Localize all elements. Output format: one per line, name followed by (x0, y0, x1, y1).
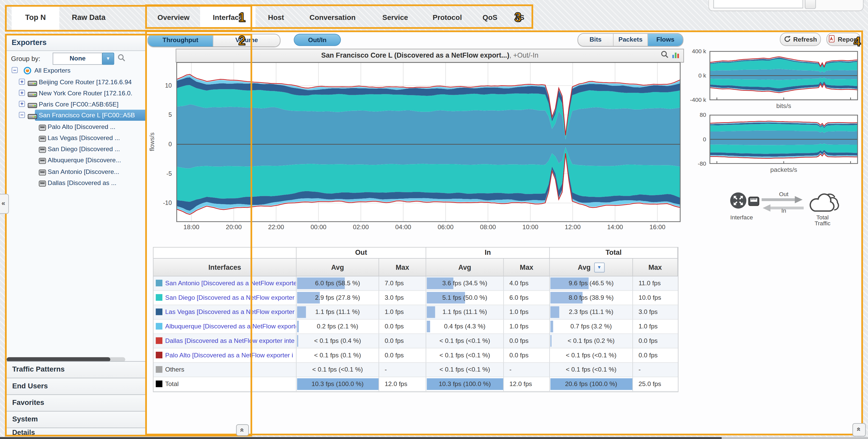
interface-link[interactable]: Dallas [Discovered as a NetFlow exporter… (165, 337, 294, 344)
tab-overview[interactable]: Overview (157, 13, 189, 22)
tab-host[interactable]: Host (268, 13, 284, 22)
cell: < 0.1 fps (<0.1 %) (426, 334, 504, 348)
avg-value: < 0.1 fps (<0.1 %) (297, 363, 378, 377)
mode-option-throughput[interactable]: Throughput (148, 34, 213, 46)
interface-link[interactable]: Palo Alto [Discovered as a NetFlow expor… (165, 352, 293, 359)
cell[interactable]: San Diego [Discovered as a NetFlow expor… (154, 291, 297, 305)
cell: 5.1 fps (50.0 %) (426, 291, 504, 305)
left-tab-top-n[interactable]: Top N (25, 13, 46, 22)
cell: 9.6 fps (46.5 %) (550, 276, 633, 291)
out-in-button[interactable]: Out/In (294, 34, 341, 46)
tree-expand-icon[interactable]: + (19, 101, 25, 107)
diagram-interface-label: Interface (725, 214, 758, 221)
interfaces-table: OutInTotalInterfacesAvgMaxAvgMaxAvg▼MaxS… (153, 247, 679, 392)
cell[interactable]: Las Vegas [Discovered as a NetFlow expor… (154, 305, 297, 319)
tree-collapse-icon[interactable]: − (19, 112, 25, 118)
series-color-swatch (156, 323, 162, 330)
cell[interactable]: San Antonio [Discovered as a NetFlow exp… (154, 276, 297, 291)
cell[interactable]: Palo Alto [Discovered as a NetFlow expor… (154, 348, 297, 363)
sidebar-collapse-up-button[interactable]: « (236, 424, 249, 436)
unit-option-packets[interactable]: Packets (613, 34, 647, 46)
cell[interactable]: Total (154, 377, 297, 392)
sort-dropdown-button[interactable]: ▼ (594, 262, 604, 272)
diagram-cloud-label-1: Total (805, 214, 840, 221)
bits-mini-chart[interactable] (710, 51, 858, 100)
column-header-interfaces-0[interactable]: Interfaces (154, 259, 297, 276)
cell: 12.0 fps (504, 377, 550, 392)
tab-protocol[interactable]: Protocol (433, 13, 462, 22)
packets-mini-chart[interactable] (710, 115, 858, 164)
cell[interactable]: Others (154, 363, 297, 377)
group-by-select[interactable]: None (53, 53, 103, 65)
interface-icon (39, 145, 46, 155)
mini-y-tick-label: 0 (683, 136, 706, 142)
avg-value: 2.9 fps (27.8 %) (297, 291, 378, 305)
avg-value: < 0.1 fps (<0.1 %) (426, 363, 503, 377)
table-row: Dallas [Discovered as a NetFlow exporter… (154, 334, 678, 348)
mini-y-tick-label: -400 k (683, 96, 706, 103)
router-icon (28, 112, 37, 122)
tree-expand-icon[interactable]: + (19, 90, 25, 96)
cell: < 0.1 fps (<0.1 %) (426, 363, 504, 377)
bottom-scrollbar[interactable] (0, 437, 722, 439)
left-tab-raw-data[interactable]: Raw Data (72, 13, 105, 22)
column-header-avg-1[interactable]: Avg (297, 259, 379, 276)
table-row: Total10.3 fps (100.0 %)12.0 fps10.3 fps … (154, 377, 678, 392)
chart-type-icon[interactable] (672, 51, 680, 61)
cell: 2.9 fps (27.8 %) (297, 291, 379, 305)
tree-expand-icon[interactable]: + (19, 78, 25, 85)
row-label: Total (165, 381, 179, 387)
max-value: 12.0 fps (504, 381, 532, 387)
column-header-max-6[interactable]: Max (633, 259, 678, 276)
unit-option-bits[interactable]: Bits (578, 34, 613, 46)
interface-link[interactable]: San Diego [Discovered as a NetFlow expor… (165, 294, 297, 301)
column-header-max-4[interactable]: Max (504, 259, 550, 276)
section-label: End Users (12, 378, 48, 394)
interface-link[interactable]: Albuquerque [Discovered as a NetFlow exp… (165, 323, 297, 330)
column-header-avg-5[interactable]: Avg▼ (550, 259, 633, 276)
cell: < 0.1 fps (<0.1 %) (297, 363, 379, 377)
unit-option-flows[interactable]: Flows (647, 34, 683, 46)
interface-link[interactable]: San Antonio [Discovered as a NetFlow exp… (165, 280, 297, 286)
avg-value: < 0.1 fps (0.1 %) (297, 348, 378, 362)
cell: - (633, 363, 678, 377)
table-row: San Antonio [Discovered as a NetFlow exp… (154, 276, 678, 291)
tab-qos[interactable]: QoS (483, 13, 497, 22)
interface-link[interactable]: Las Vegas [Discovered as a NetFlow expor… (165, 308, 297, 315)
cell: 0.0 fps (504, 348, 550, 363)
tab-service[interactable]: Service (382, 13, 408, 22)
column-header-max-2[interactable]: Max (379, 259, 426, 276)
cell: 1.1 fps (11.1 %) (297, 305, 379, 319)
cell: 0.4 fps (4.3 %) (426, 319, 504, 334)
column-header-avg-3[interactable]: Avg (426, 259, 504, 276)
cell: 8.0 fps (38.9 %) (550, 291, 633, 305)
tab-conversation[interactable]: Conversation (310, 13, 355, 22)
mode-option-volume[interactable]: Volume (213, 34, 280, 46)
refresh-button[interactable]: Refresh (780, 33, 821, 46)
interface-icon (39, 134, 46, 144)
group-header-blank (154, 247, 297, 259)
max-value: 1.0 fps (504, 323, 528, 330)
panel-expand-handle[interactable]: « (852, 423, 866, 436)
cell[interactable]: Albuquerque [Discovered as a NetFlow exp… (154, 319, 297, 334)
tree-collapse-icon[interactable]: − (12, 67, 18, 73)
cell: 0.0 fps (633, 348, 678, 363)
group-by-dropdown-button[interactable]: ▼ (102, 53, 114, 65)
annotation-badge-1: 1 (238, 11, 245, 24)
series-color-swatch (156, 308, 162, 315)
chart-zoom-icon[interactable] (661, 50, 669, 61)
x-tick-label: 12:00 (565, 224, 581, 231)
all-exporters-icon (23, 66, 32, 77)
interface-icon (39, 168, 46, 178)
main-flow-chart[interactable] (176, 62, 681, 222)
router-icon (28, 78, 37, 89)
search-icon[interactable] (117, 54, 126, 64)
mini-y-tick-label: -80 (683, 160, 706, 167)
sidebar-collapse-handle[interactable]: « (0, 194, 9, 214)
search-input[interactable] (713, 0, 803, 8)
x-tick-label: 00:00 (311, 224, 327, 231)
cell[interactable]: Dallas [Discovered as a NetFlow exporter… (154, 334, 297, 348)
cell: 1.0 fps (504, 305, 550, 319)
cell: < 0.1 fps (0.2 %) (550, 334, 633, 348)
search-go-button[interactable] (805, 0, 816, 9)
